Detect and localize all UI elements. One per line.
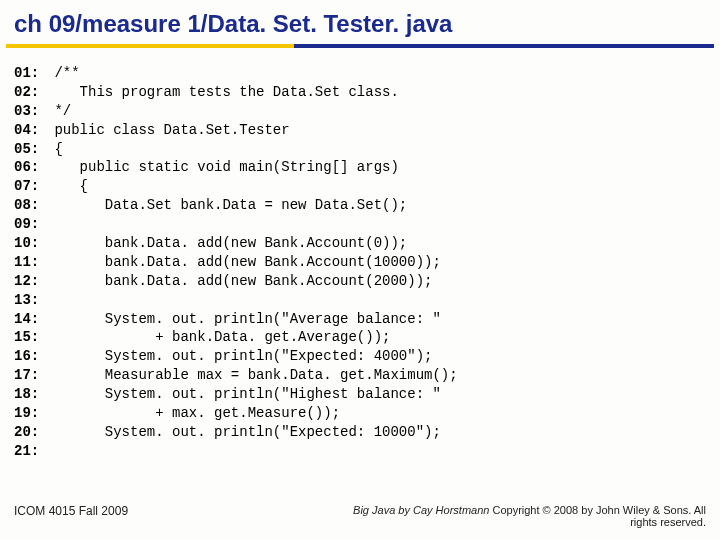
code-line: 01: /** xyxy=(14,64,706,83)
line-text: System. out. println("Expected: 10000"); xyxy=(46,424,441,440)
line-text: /** xyxy=(46,65,80,81)
line-number: 10: xyxy=(14,234,46,253)
line-text xyxy=(46,443,54,459)
code-line: 03: */ xyxy=(14,102,706,121)
line-number: 11: xyxy=(14,253,46,272)
footer-copyright: Copyright © 2008 by John Wiley & Sons. A… xyxy=(492,504,706,528)
line-number: 07: xyxy=(14,177,46,196)
code-line: 08: Data.Set bank.Data = new Data.Set(); xyxy=(14,196,706,215)
line-text: public static void main(String[] args) xyxy=(46,159,399,175)
line-text: { xyxy=(46,141,63,157)
line-number: 16: xyxy=(14,347,46,366)
line-number: 18: xyxy=(14,385,46,404)
line-text: bank.Data. add(new Bank.Account(0)); xyxy=(46,235,407,251)
line-number: 14: xyxy=(14,310,46,329)
title-rule xyxy=(0,44,720,52)
footer-right: Big Java by Cay Horstmann Copyright © 20… xyxy=(326,504,706,528)
line-number: 12: xyxy=(14,272,46,291)
line-number: 02: xyxy=(14,83,46,102)
code-line: 07: { xyxy=(14,177,706,196)
footer-book: Big Java by Cay Horstmann xyxy=(353,504,492,516)
line-number: 20: xyxy=(14,423,46,442)
code-line: 11: bank.Data. add(new Bank.Account(1000… xyxy=(14,253,706,272)
code-line: 18: System. out. println("Highest balanc… xyxy=(14,385,706,404)
line-text: bank.Data. add(new Bank.Account(2000)); xyxy=(46,273,432,289)
line-number: 15: xyxy=(14,328,46,347)
code-line: 02: This program tests the Data.Set clas… xyxy=(14,83,706,102)
line-text xyxy=(46,216,54,232)
line-text: + bank.Data. get.Average()); xyxy=(46,329,390,345)
line-text: */ xyxy=(46,103,71,119)
line-number: 13: xyxy=(14,291,46,310)
code-line: 12: bank.Data. add(new Bank.Account(2000… xyxy=(14,272,706,291)
line-number: 21: xyxy=(14,442,46,461)
line-number: 06: xyxy=(14,158,46,177)
line-number: 03: xyxy=(14,102,46,121)
code-line: 06: public static void main(String[] arg… xyxy=(14,158,706,177)
line-number: 19: xyxy=(14,404,46,423)
line-number: 05: xyxy=(14,140,46,159)
code-line: 09: xyxy=(14,215,706,234)
line-text: System. out. println("Highest balance: " xyxy=(46,386,441,402)
line-text: System. out. println("Average balance: " xyxy=(46,311,441,327)
line-text: This program tests the Data.Set class. xyxy=(46,84,399,100)
code-line: 17: Measurable max = bank.Data. get.Maxi… xyxy=(14,366,706,385)
footer: ICOM 4015 Fall 2009 Big Java by Cay Hors… xyxy=(0,504,720,528)
code-line: 19: + max. get.Measure()); xyxy=(14,404,706,423)
slide-title: ch 09/measure 1/Data. Set. Tester. java xyxy=(0,0,720,44)
line-number: 08: xyxy=(14,196,46,215)
line-number: 04: xyxy=(14,121,46,140)
code-listing: 01: /**02: This program tests the Data.S… xyxy=(0,64,720,461)
code-line: 16: System. out. println("Expected: 4000… xyxy=(14,347,706,366)
code-line: 04: public class Data.Set.Tester xyxy=(14,121,706,140)
line-text: Measurable max = bank.Data. get.Maximum(… xyxy=(46,367,458,383)
line-text: System. out. println("Expected: 4000"); xyxy=(46,348,432,364)
code-line: 05: { xyxy=(14,140,706,159)
footer-left: ICOM 4015 Fall 2009 xyxy=(14,504,128,518)
code-line: 14: System. out. println("Average balanc… xyxy=(14,310,706,329)
code-line: 21: xyxy=(14,442,706,461)
line-text: + max. get.Measure()); xyxy=(46,405,340,421)
line-number: 09: xyxy=(14,215,46,234)
line-text: public class Data.Set.Tester xyxy=(46,122,290,138)
line-number: 01: xyxy=(14,64,46,83)
code-line: 10: bank.Data. add(new Bank.Account(0)); xyxy=(14,234,706,253)
line-text: bank.Data. add(new Bank.Account(10000)); xyxy=(46,254,441,270)
code-line: 20: System. out. println("Expected: 1000… xyxy=(14,423,706,442)
line-text: { xyxy=(46,178,88,194)
line-text: Data.Set bank.Data = new Data.Set(); xyxy=(46,197,407,213)
line-text xyxy=(46,292,54,308)
line-number: 17: xyxy=(14,366,46,385)
code-line: 15: + bank.Data. get.Average()); xyxy=(14,328,706,347)
code-line: 13: xyxy=(14,291,706,310)
